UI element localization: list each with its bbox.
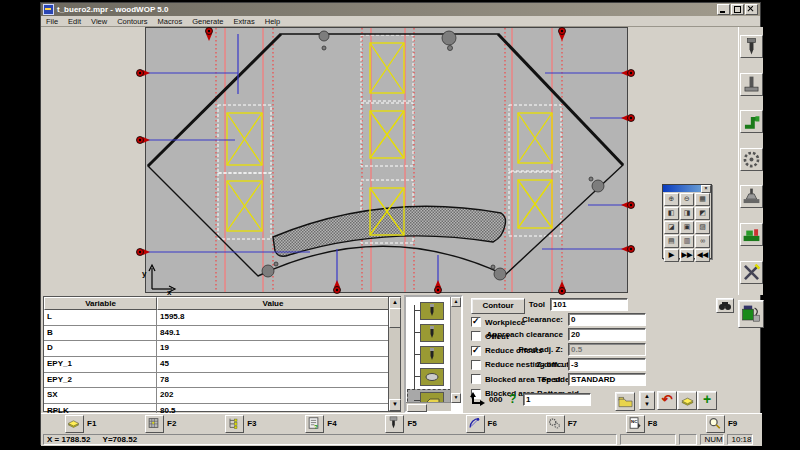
palette-button-1-0[interactable]: ◧ — [664, 207, 679, 220]
macro-item-drill-item[interactable] — [420, 302, 442, 318]
window-title: t_buero2.mpr - woodWOP 5.0 — [57, 5, 168, 14]
table-scrollbar[interactable]: ▲ ▼ — [388, 297, 400, 411]
comment-input[interactable]: 1 — [523, 393, 591, 406]
palette-button-2-2[interactable]: ▨ — [695, 221, 710, 234]
fkey-button-f9[interactable] — [706, 415, 725, 433]
scroll-down-icon[interactable]: ▼ — [389, 399, 401, 411]
fkey-cell-f2: F2 — [121, 414, 201, 433]
macro-list-hscroll[interactable] — [406, 402, 451, 411]
close-icon[interactable] — [745, 4, 758, 15]
variable-value[interactable]: 1595.8 — [157, 310, 400, 325]
palette-button-1-2[interactable]: ◩ — [695, 207, 710, 220]
help-question-icon[interactable]: ? — [509, 392, 516, 406]
minimize-icon[interactable] — [717, 4, 730, 15]
variable-value[interactable]: 45 — [157, 357, 400, 372]
palette-button-2-1[interactable]: ▣ — [680, 221, 695, 234]
vertical-drilling-icon — [741, 36, 762, 57]
table-row[interactable]: B849.1 — [44, 326, 400, 342]
drill-item-icon — [420, 302, 444, 320]
macro-item-fitting-item[interactable] — [420, 368, 442, 384]
table-row[interactable]: D19 — [44, 341, 400, 357]
variable-value[interactable]: 202 — [157, 388, 400, 403]
macro-item-drill-item[interactable] — [420, 324, 442, 340]
palette-title-bar[interactable]: × — [663, 185, 711, 192]
cad-canvas[interactable]: y x — [41, 27, 762, 295]
scroll-thumb[interactable] — [407, 404, 427, 412]
table-row[interactable]: EPY_145 — [44, 357, 400, 373]
fkey-button-f6[interactable] — [466, 415, 485, 433]
column-header-value[interactable]: Value — [157, 297, 389, 310]
menu-generate[interactable]: Generate — [187, 17, 228, 26]
column-header-variable[interactable]: Variable — [44, 297, 157, 310]
menu-edit[interactable]: Edit — [63, 17, 86, 26]
special-tools-icon — [741, 262, 762, 283]
palette-button-0-1[interactable]: ⊖ — [680, 193, 695, 206]
palette-button-3-1[interactable]: ▥ — [680, 235, 695, 248]
palette-button-4-2[interactable]: ◀◀ — [695, 249, 710, 262]
toolbar-nesting-button[interactable] — [740, 223, 763, 246]
fkey-label: F3 — [247, 419, 256, 428]
restore-icon[interactable] — [731, 4, 744, 15]
macro-item-drill-item[interactable] — [420, 346, 442, 362]
toolbar-sawing-button[interactable] — [740, 148, 763, 171]
fkey-label: F7 — [568, 419, 577, 428]
fkey-label: F6 — [488, 419, 497, 428]
palette-button-2-0[interactable]: ◪ — [664, 221, 679, 234]
palette-button-1-1[interactable]: ◨ — [680, 207, 695, 220]
status-bar: X = 1788.52 Y=708.52 NUM 10:18 — [41, 433, 762, 446]
fkey-cell-f9: F9 — [682, 414, 762, 433]
scroll-down-icon[interactable]: ▼ — [451, 393, 461, 403]
macro-variables-button[interactable] — [738, 300, 764, 328]
palette-button-4-0[interactable]: ▶ — [664, 249, 679, 262]
toolbar-horizontal-drilling-button[interactable] — [740, 73, 763, 96]
fkey-cell-f8: NCF8 — [602, 414, 682, 433]
menu-help[interactable]: Help — [260, 17, 285, 26]
menu-macros[interactable]: Macros — [153, 17, 188, 26]
menu-contours[interactable]: Contours — [112, 17, 152, 26]
table-row[interactable]: L1595.8 — [44, 310, 400, 326]
add-macro-button[interactable]: + — [697, 391, 717, 410]
menu-file[interactable]: File — [41, 17, 63, 26]
menu-view[interactable]: View — [86, 17, 112, 26]
image-folder-button[interactable] — [615, 392, 635, 411]
palette-button-3-0[interactable]: ▤ — [664, 235, 679, 248]
fkey-button-f2[interactable] — [145, 415, 164, 433]
variable-value[interactable]: 19 — [157, 341, 400, 356]
toolbar-vertical-drilling-button[interactable] — [740, 35, 763, 58]
palette-button-4-1[interactable]: ▶▶ — [680, 249, 695, 262]
variable-value[interactable]: 849.1 — [157, 326, 400, 341]
title-bar[interactable]: t_buero2.mpr - woodWOP 5.0 — [41, 3, 760, 16]
undo-button[interactable]: ↶ — [657, 391, 677, 410]
fkey-button-f1[interactable] — [65, 415, 84, 433]
catalog-book-button[interactable] — [677, 391, 697, 410]
toolbar-clamping-button[interactable] — [740, 185, 763, 208]
variable-value[interactable]: 78 — [157, 373, 400, 388]
tool-search-button[interactable] — [716, 298, 734, 313]
table-row[interactable]: EPY_278 — [44, 373, 400, 389]
field-input[interactable]: 20 — [568, 328, 646, 341]
field-input[interactable]: 0 — [568, 313, 646, 326]
palette-button-0-2[interactable]: ▦ — [695, 193, 710, 206]
toolbar-special-tools-button[interactable] — [740, 261, 763, 284]
palette-button-3-2[interactable]: ∞ — [695, 235, 710, 248]
menu-bar: FileEditViewContoursMacrosGenerateExtras… — [41, 16, 760, 27]
table-row[interactable]: SX202 — [44, 388, 400, 404]
field-input[interactable]: -3 — [568, 358, 646, 371]
fkey-button-f8[interactable]: NC — [626, 415, 645, 433]
macro-prev-next-spinner[interactable]: ▲▼ — [639, 391, 655, 410]
fkey-button-f7[interactable] — [546, 415, 565, 433]
fkey-button-f4[interactable]: ? — [305, 415, 324, 433]
fkey-button-f3[interactable] — [225, 415, 244, 433]
palette-close-icon[interactable]: × — [701, 185, 711, 193]
palette-button-0-0[interactable]: ⊕ — [664, 193, 679, 206]
compass-icon — [467, 416, 482, 430]
macro-list-vscroll[interactable]: ▲ ▼ — [450, 297, 461, 403]
field-input[interactable]: 101 — [550, 298, 628, 311]
fkey-button-f5[interactable] — [385, 415, 404, 433]
field-input[interactable]: STANDARD — [568, 373, 646, 386]
nesting-icon — [741, 224, 762, 245]
menu-extras[interactable]: Extras — [228, 17, 259, 26]
toolbar-routing-button[interactable] — [740, 110, 763, 133]
tree-icon — [226, 416, 241, 430]
scroll-thumb[interactable] — [389, 308, 401, 328]
